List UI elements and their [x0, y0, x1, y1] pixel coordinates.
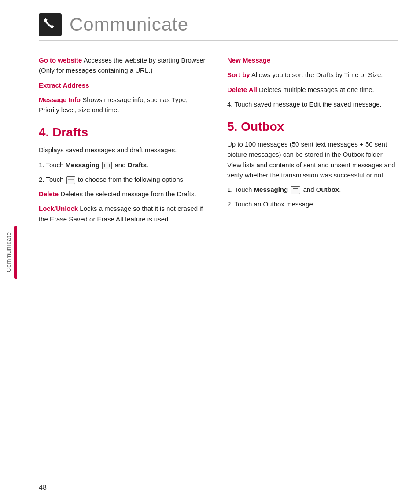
outbox-step2: 2. Touch an Outbox message.	[227, 199, 398, 209]
go-to-website-label: Go to website	[39, 56, 82, 64]
drafts-step1-mid: and	[114, 161, 127, 169]
messaging-icon	[102, 162, 112, 169]
sort-by-text: Allows you to sort the Drafts by Time or…	[250, 71, 383, 78]
go-to-website-para: Go to website Accesses the website by st…	[39, 55, 210, 76]
lock-unlock-label: Lock/Unlock	[39, 205, 78, 212]
drafts-step2-prefix: 2. Touch	[39, 176, 66, 183]
lock-unlock-para: Lock/Unlock Locks a message so that it i…	[39, 203, 210, 224]
drafts-step1: 1. Touch Messaging and Drafts.	[39, 160, 210, 170]
extract-address-label: Extract Address	[39, 81, 89, 89]
outbox-intro: Up to 100 messages (50 sent text message…	[227, 139, 398, 180]
delete-label: Delete	[39, 190, 59, 198]
outbox-step1-bold1: Messaging	[254, 186, 288, 193]
drafts-intro: Displays saved messages and draft messag…	[39, 145, 210, 155]
main-content: Communicate Go to website Accesses the w…	[17, 0, 420, 504]
drafts-step1-bold2: Drafts	[128, 161, 147, 169]
outbox-step1-suffix: .	[339, 186, 341, 193]
menu-icon	[66, 176, 75, 184]
outbox-step2-text: 2. Touch an Outbox message.	[227, 200, 315, 208]
page-footer: 48	[39, 480, 398, 492]
new-message-para: New Message	[227, 55, 398, 65]
phone-icon	[39, 13, 62, 36]
left-column: Go to website Accesses the website by st…	[39, 55, 210, 228]
drafts-step1-suffix: .	[147, 161, 148, 169]
drafts-step2-suffix: to choose from the following options:	[78, 176, 185, 183]
delete-all-text: Deletes multiple messages at one time.	[257, 86, 374, 93]
delete-text: Deletes the selected message from the Dr…	[59, 190, 196, 198]
message-info-label: Message Info	[39, 96, 81, 103]
sort-by-label: Sort by	[227, 71, 250, 78]
drafts-step2: 2. Touch to choose from the following op…	[39, 174, 210, 184]
delete-all-para: Delete All Deletes multiple messages at …	[227, 85, 398, 95]
outbox-heading: 5. Outbox	[227, 120, 398, 134]
right-column: New Message Sort by Allows you to sort t…	[227, 55, 398, 228]
sidebar-label: Communicate	[5, 228, 12, 276]
outbox-step1-mid: and	[303, 186, 316, 193]
drafts-heading: 4. Drafts	[39, 125, 210, 140]
outbox-messaging-icon	[291, 186, 300, 194]
drafts-step1-prefix: 1. Touch	[39, 161, 66, 169]
outbox-step1-bold2: Outbox	[316, 186, 339, 193]
delete-para: Delete Deletes the selected message from…	[39, 189, 210, 199]
sidebar: Communicate	[0, 0, 17, 504]
delete-all-label: Delete All	[227, 86, 257, 93]
sort-by-para: Sort by Allows you to sort the Drafts by…	[227, 70, 398, 80]
outbox-step1-prefix: 1. Touch	[227, 186, 254, 193]
outbox-step1: 1. Touch Messaging and Outbox.	[227, 184, 398, 195]
message-info-para: Message Info Shows message info, such as…	[39, 95, 210, 115]
drafts-step1-bold1: Messaging	[66, 161, 100, 169]
step4-text: 4. Touch saved message to Edit the saved…	[227, 99, 398, 109]
page-header: Communicate	[39, 13, 398, 41]
page-title: Communicate	[70, 14, 188, 35]
page-wrapper: Communicate Communicate Go to website Ac…	[0, 0, 420, 504]
extract-address-para: Extract Address	[39, 80, 210, 90]
page-number: 48	[39, 484, 47, 492]
new-message-label: New Message	[227, 56, 270, 64]
content-columns: Go to website Accesses the website by st…	[39, 55, 398, 228]
